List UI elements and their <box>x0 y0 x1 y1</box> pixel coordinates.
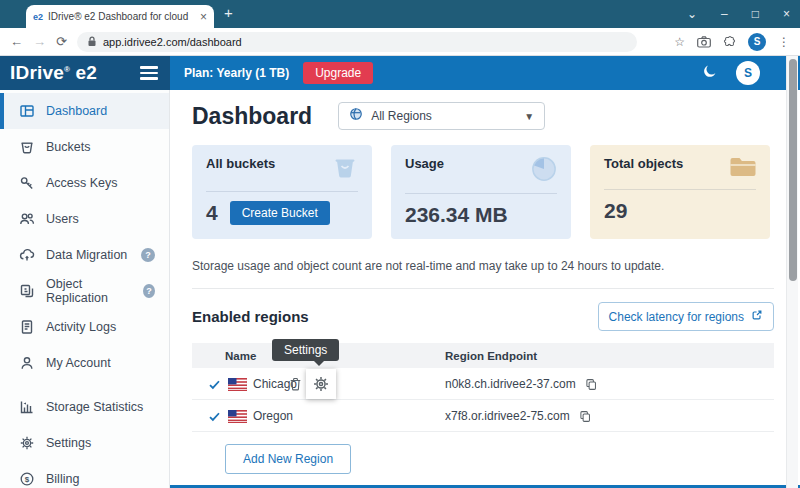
settings-tooltip-label: Settings <box>284 343 327 357</box>
sidebar-item-label: My Account <box>46 356 111 370</box>
users-icon <box>19 211 35 227</box>
sidebar-item-activity-logs[interactable]: Activity Logs <box>0 309 169 345</box>
sidebar-item-access-keys[interactable]: Access Keys <box>0 165 169 201</box>
camera-icon[interactable] <box>697 36 711 48</box>
main-content: Dashboard All Regions ▼ All buckets <box>170 90 800 488</box>
help-icon[interactable]: ? <box>143 284 155 298</box>
hamburger-menu-icon[interactable] <box>140 66 160 80</box>
add-new-region-button[interactable]: Add New Region <box>225 444 351 474</box>
card-title: All buckets <box>206 156 275 171</box>
sidebar-item-label: Object Replication <box>46 277 132 305</box>
app-logo-area: IDrive® e2 <box>0 56 170 90</box>
enabled-regions-table: Name Region Endpoint Settings Chicago <box>192 343 774 474</box>
dashboard-icon <box>19 103 35 119</box>
idrive-e2-logo: IDrive® e2 <box>10 62 97 84</box>
check-icon <box>208 368 221 400</box>
help-icon[interactable]: ? <box>141 248 155 262</box>
usage-card: Usage 236.34 MB <box>391 145 571 239</box>
lock-icon <box>87 36 97 47</box>
browser-tab[interactable]: e2 IDrive® e2 Dashboard for cloud × <box>26 5 214 28</box>
bookmark-star-icon[interactable]: ☆ <box>674 35 685 49</box>
reload-icon[interactable]: ⟳ <box>56 34 67 49</box>
region-filter-dropdown[interactable]: All Regions ▼ <box>338 102 545 130</box>
region-settings-gear-icon[interactable] <box>306 369 336 399</box>
usage-value: 236.34 MB <box>405 203 508 227</box>
region-filter-value: All Regions <box>371 109 432 123</box>
e2-favicon-icon: e2 <box>33 12 43 22</box>
sidebar: Dashboard Buckets Access Keys Users Data… <box>0 90 170 488</box>
column-header-endpoint: Region Endpoint <box>445 343 537 368</box>
sidebar-item-users[interactable]: Users <box>0 201 169 237</box>
enabled-regions-heading: Enabled regions <box>192 308 309 325</box>
browser-profile-avatar[interactable]: S <box>748 33 766 51</box>
upgrade-button[interactable]: Upgrade <box>303 62 373 84</box>
page-title: Dashboard <box>192 103 312 130</box>
card-title: Total objects <box>604 156 683 171</box>
sidebar-item-dashboard[interactable]: Dashboard <box>0 93 169 129</box>
table-row-oregon: Oregon x7f8.or.idrivee2-75.com <box>192 400 774 432</box>
sidebar-item-label: Activity Logs <box>46 320 116 334</box>
document-logs-icon <box>19 319 35 335</box>
browser-menu-icon[interactable]: ⋮ <box>778 35 790 49</box>
sidebar-item-label: Dashboard <box>46 104 107 118</box>
app-header: IDrive® e2 Plan: Yearly (1 TB) Upgrade S <box>0 56 800 90</box>
browser-toolbar: ← → ⟳ app.idrivee2.com/dashboard ☆ S ⋮ <box>0 28 800 56</box>
bar-chart-icon <box>19 399 35 415</box>
scrollbar-thumb[interactable] <box>789 59 797 281</box>
sidebar-item-object-replication[interactable]: Object Replication ? <box>0 273 169 309</box>
us-flag-icon <box>228 368 247 400</box>
forward-icon[interactable]: → <box>33 34 46 49</box>
bucket-count: 4 <box>206 201 218 225</box>
window-maximize-icon[interactable]: □ <box>752 8 759 20</box>
tab-close-icon[interactable]: × <box>200 11 207 23</box>
region-name: Oregon <box>253 400 293 432</box>
sidebar-item-storage-statistics[interactable]: Storage Statistics <box>0 389 169 425</box>
sidebar-item-billing[interactable]: $ Billing <box>0 461 169 488</box>
sidebar-item-settings[interactable]: Settings <box>0 425 169 461</box>
all-buckets-card: All buckets 4 Create Bucket <box>192 145 372 239</box>
cloud-migration-icon <box>19 247 35 263</box>
back-icon[interactable]: ← <box>10 34 23 49</box>
tab-title: IDrive® e2 Dashboard for cloud <box>48 11 195 22</box>
copy-icon[interactable] <box>585 378 597 391</box>
usage-pie-icon <box>531 156 557 186</box>
page-scrollbar[interactable] <box>786 56 798 488</box>
chevron-down-icon: ▼ <box>524 111 534 122</box>
extensions-puzzle-icon[interactable] <box>723 35 736 48</box>
url-text: app.idrivee2.com/dashboard <box>103 36 242 48</box>
plan-label: Plan: Yearly (1 TB) <box>184 66 289 80</box>
check-latency-label: Check latency for regions <box>609 310 744 324</box>
chrome-profile-chevron-icon[interactable]: ⌄ <box>687 8 697 20</box>
key-icon <box>19 175 35 191</box>
new-tab-icon[interactable]: + <box>224 4 233 21</box>
divider <box>192 288 774 289</box>
sidebar-item-label: Users <box>46 212 79 226</box>
sidebar-item-label: Buckets <box>46 140 90 154</box>
gear-icon <box>19 435 35 451</box>
window-minimize-icon[interactable]: – <box>721 8 728 20</box>
create-bucket-button[interactable]: Create Bucket <box>230 201 330 225</box>
sidebar-item-buckets[interactable]: Buckets <box>0 129 169 165</box>
settings-tooltip: Settings <box>272 339 339 361</box>
check-latency-button[interactable]: Check latency for regions <box>598 302 774 331</box>
usage-disclaimer: Storage usage and object count are not r… <box>192 259 774 273</box>
bucket-icon <box>19 139 35 155</box>
globe-icon <box>349 107 363 125</box>
sidebar-item-my-account[interactable]: My Account <box>0 345 169 381</box>
column-header-name: Name <box>225 343 256 368</box>
app-header-bar: Plan: Yearly (1 TB) Upgrade S <box>170 56 800 90</box>
copy-icon[interactable] <box>579 410 591 423</box>
window-close-icon[interactable]: × <box>783 8 790 20</box>
address-bar[interactable]: app.idrivee2.com/dashboard <box>77 32 637 52</box>
billing-dollar-icon: $ <box>19 471 35 487</box>
region-endpoint: n0k8.ch.idrivee2-37.com <box>445 377 576 391</box>
delete-trash-icon[interactable] <box>289 368 302 400</box>
bucket-card-icon <box>332 156 358 184</box>
user-avatar[interactable]: S <box>736 61 760 85</box>
dark-mode-moon-icon[interactable] <box>702 63 718 83</box>
tooltip-arrow <box>314 361 324 366</box>
region-endpoint: x7f8.or.idrivee2-75.com <box>445 409 570 423</box>
sidebar-item-data-migration[interactable]: Data Migration ? <box>0 237 169 273</box>
browser-tab-strip: e2 IDrive® e2 Dashboard for cloud × + ⌄ … <box>0 0 800 28</box>
svg-text:$: $ <box>25 475 30 484</box>
